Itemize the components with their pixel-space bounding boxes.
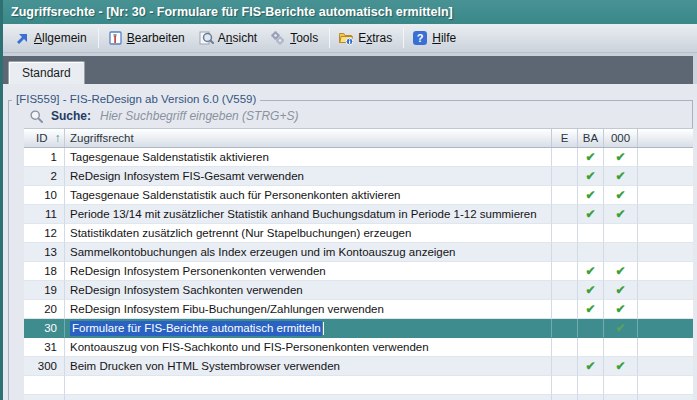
selected-text: Formulare für FIS-Berichte automatisch e… — [70, 321, 322, 336]
column-header-ba[interactable]: BA — [578, 129, 604, 147]
table-row[interactable]: 12Statistikdaten zusätzlich getrennt (Nu… — [24, 224, 693, 243]
cell-e — [552, 224, 578, 243]
table-row[interactable]: 19ReDesign Infosystem Sachkonten verwend… — [24, 281, 693, 300]
hammer-icon — [107, 30, 123, 46]
svg-text:?: ? — [417, 32, 424, 44]
toolbar-item-label: Bearbeiten — [127, 31, 185, 45]
cell-id: 300 — [24, 357, 65, 376]
cell-id: 19 — [24, 281, 65, 300]
cell-ba: ✔ — [578, 281, 604, 300]
cell-filler — [638, 167, 693, 186]
check-icon: ✔ — [615, 322, 625, 334]
cell-000: ✔ — [604, 300, 638, 319]
toolbar-item-allgemein[interactable]: Allgemein — [9, 28, 95, 48]
cell-ba: ✔ — [578, 167, 604, 186]
cell-filler — [638, 243, 693, 262]
table-row[interactable]: 10Tagesgenaue Saldenstatistik auch für P… — [24, 186, 693, 205]
toolbar-item-label: Extras — [358, 31, 392, 45]
toolbar: AllgemeinBearbeitenAnsichtToolsExtras?Hi… — [3, 24, 697, 53]
cell-id: 11 — [24, 205, 65, 224]
check-icon: ✔ — [585, 303, 595, 315]
toolbar-item-bearbeiten[interactable]: Bearbeiten — [102, 28, 193, 48]
toolbar-item-label: Hilfe — [432, 31, 456, 45]
cell-ba — [578, 224, 604, 243]
table-row-empty — [24, 395, 693, 400]
table-row[interactable]: 2ReDesign Infosystem FIS-Gesamt verwende… — [24, 167, 693, 186]
check-icon: ✔ — [585, 284, 595, 296]
column-header-filler — [638, 129, 693, 147]
check-icon: ✔ — [585, 265, 595, 277]
cell-id: 13 — [24, 243, 65, 262]
cell-000 — [604, 338, 638, 357]
table-row-selected[interactable]: 30Formulare für FIS-Berichte automatisch… — [24, 319, 693, 338]
cell-filler — [638, 148, 693, 167]
toolbar-item-ansicht[interactable]: Ansicht — [193, 28, 265, 48]
table-row[interactable]: 18ReDesign Infosystem Personenkonten ver… — [24, 262, 693, 281]
magnifier-icon — [29, 109, 44, 124]
cell-000: ✔ — [604, 319, 638, 338]
toolbar-item-hilfe[interactable]: ?Hilfe — [407, 28, 464, 48]
cell-000: ✔ — [604, 167, 638, 186]
toolbar-item-label: Tools — [290, 31, 318, 45]
search-bar[interactable]: Suche: Hier Suchbegriff eingeben (STRG+S… — [9, 104, 692, 128]
cell-ba — [578, 319, 604, 338]
cell-000: ✔ — [604, 281, 638, 300]
cell-ba — [578, 395, 604, 400]
app-window: Zugriffsrechte - [Nr: 30 - Formulare für… — [0, 0, 697, 400]
cell-zugriffsrecht: Tagesgenaue Saldenstatistik aktivieren — [65, 148, 552, 167]
check-icon: ✔ — [615, 208, 625, 220]
table-row[interactable]: 31Kontoauszug von FIS-Sachkonto und FIS-… — [24, 338, 693, 357]
cell-id — [24, 376, 65, 395]
gears-icon — [270, 30, 286, 46]
column-header-000[interactable]: 000 — [604, 129, 638, 147]
cell-000: ✔ — [604, 205, 638, 224]
table-row[interactable]: 11Periode 13/14 mit zusätzlicher Statist… — [24, 205, 693, 224]
table-row[interactable]: 300Beim Drucken von HTML Systembrowser v… — [24, 357, 693, 376]
toolbar-item-extras[interactable]: Extras — [333, 28, 400, 48]
toolbar-item-label: Ansicht — [218, 31, 257, 45]
table-row[interactable]: 13Sammelkontobuchungen als Index erzeuge… — [24, 243, 693, 262]
search-label: Suche: — [51, 109, 91, 123]
column-header-e[interactable]: E — [552, 129, 578, 147]
cell-id: 10 — [24, 186, 65, 205]
cell-id: 31 — [24, 338, 65, 357]
toolbar-separator — [403, 28, 404, 48]
check-icon: ✔ — [615, 189, 625, 201]
column-header-id[interactable]: ID ↑ — [24, 129, 65, 147]
cell-zugriffsrecht: ReDesign Infosystem Personenkonten verwe… — [65, 262, 552, 281]
cell-filler — [638, 300, 693, 319]
check-icon: ✔ — [615, 303, 625, 315]
cell-id: 2 — [24, 167, 65, 186]
check-icon: ✔ — [615, 170, 625, 182]
cell-e — [552, 281, 578, 300]
cell-filler — [638, 281, 693, 300]
cell-ba — [578, 338, 604, 357]
groupbox-fis559: [FIS559] - FIS-ReDesign ab Version 6.0 (… — [8, 100, 693, 400]
cell-ba: ✔ — [578, 262, 604, 281]
cell-id — [24, 395, 65, 400]
toolbar-item-tools[interactable]: Tools — [265, 28, 326, 48]
cell-000 — [604, 376, 638, 395]
cell-e — [552, 300, 578, 319]
check-icon: ✔ — [585, 151, 595, 163]
check-icon: ✔ — [615, 360, 625, 372]
cell-000: ✔ — [604, 148, 638, 167]
cell-filler — [638, 357, 693, 376]
cell-ba — [578, 376, 604, 395]
cell-e — [552, 243, 578, 262]
table-row[interactable]: 1Tagesgenaue Saldenstatistik aktivieren✔… — [24, 148, 693, 167]
tab-standard[interactable]: Standard — [8, 61, 85, 84]
cell-id: 18 — [24, 262, 65, 281]
cell-id: 12 — [24, 224, 65, 243]
toolbar-item-label: Allgemein — [34, 31, 87, 45]
magnifier-doc-icon — [198, 30, 214, 46]
column-header-zugriffsrecht[interactable]: Zugriffsrecht — [65, 129, 552, 147]
search-input[interactable]: Hier Suchbegriff eingeben (STRG+S) — [100, 109, 692, 123]
cell-000 — [604, 395, 638, 400]
cell-ba: ✔ — [578, 357, 604, 376]
check-icon: ✔ — [585, 208, 595, 220]
table-row[interactable]: 20ReDesign Infosystem Fibu-Buchungen/Zah… — [24, 300, 693, 319]
check-icon: ✔ — [615, 284, 625, 296]
cell-zugriffsrecht: Sammelkontobuchungen als Index erzeugen … — [65, 243, 552, 262]
rights-table: ID ↑ Zugriffsrecht E BA 000 1Tagesgenaue… — [24, 128, 693, 400]
